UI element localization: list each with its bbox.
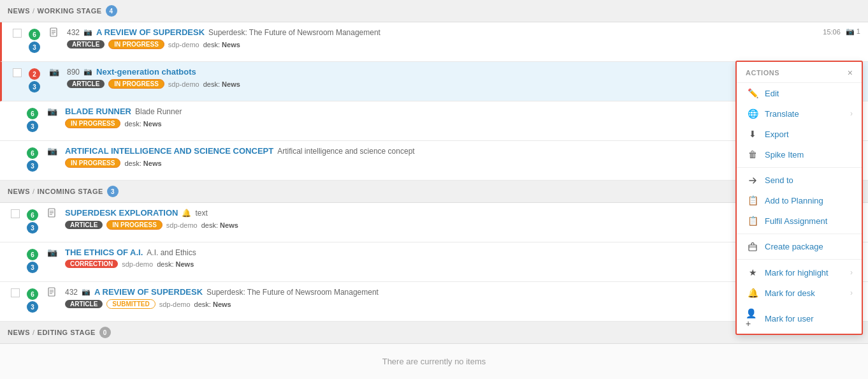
- list-item[interactable]: 6 3 432 📷 A REVIEW OF SUPERDESK Superdes…: [0, 22, 868, 62]
- camera-icon: 📷: [47, 248, 57, 257]
- section-label-news3: NEWS: [8, 329, 30, 336]
- doc-icon: [47, 287, 57, 297]
- action-export[interactable]: ⬇ Export: [737, 124, 862, 144]
- item-title[interactable]: BLADE RUNNER: [65, 107, 131, 116]
- action-spike[interactable]: 🗑 Spike Item: [737, 144, 862, 165]
- chevron-right-icon: ›: [850, 109, 853, 118]
- badge-article: ARTICLE: [67, 80, 105, 88]
- empty-state: There are currently no items: [0, 344, 868, 379]
- incoming-stage-badge: 3: [107, 186, 119, 197]
- photo-icon: 📷: [82, 288, 90, 296]
- user-plus-icon: 👤+: [746, 308, 760, 329]
- item-content: 432 📷 A REVIEW OF SUPERDESK Superdesk: T…: [67, 27, 823, 49]
- actions-header: ACTIONS ×: [737, 62, 862, 83]
- badge-article: ARTICLE: [65, 300, 103, 308]
- action-desk-label: Mark for desk: [765, 288, 850, 298]
- meta-desk: desk: News: [201, 221, 238, 229]
- action-edit[interactable]: ✏️ Edit: [737, 83, 862, 103]
- item-checkbox[interactable]: [13, 29, 22, 38]
- num-circles: 6 3: [27, 107, 38, 132]
- close-button[interactable]: ×: [848, 68, 853, 77]
- item-checkbox[interactable]: [11, 288, 20, 297]
- action-planning-label: Add to Planning: [765, 196, 853, 205]
- main-container: NEWS / WORKING STAGE 4 6 3 432 📷 A REVIE…: [0, 0, 868, 379]
- action-add-planning[interactable]: 📋 Add to Planning: [737, 190, 862, 211]
- sep1: /: [33, 7, 35, 15]
- item-content: 890 📷 Next-generation chatbots ARTICLE I…: [67, 67, 823, 89]
- action-spike-label: Spike Item: [765, 150, 853, 160]
- item-title[interactable]: ARTIFICAL INTELLIGENCE AND SCIENCE CONCE…: [65, 146, 273, 156]
- stage-label-working: WORKING STAGE: [38, 7, 102, 15]
- item-title[interactable]: SUPERDESK EXPLORATION: [65, 208, 178, 218]
- calendar-icon: 📋: [746, 195, 760, 205]
- action-highlight-label: Mark for highlight: [765, 268, 850, 278]
- action-fulfil[interactable]: 📋 Fulfil Assignment: [737, 211, 862, 231]
- action-send-to[interactable]: Send to: [737, 170, 862, 190]
- item-title[interactable]: A REVIEW OF SUPERDESK: [96, 27, 205, 37]
- photo-count: 📷 1: [846, 27, 860, 36]
- item-title[interactable]: A REVIEW OF SUPERDESK: [94, 287, 203, 297]
- trash-icon: 🗑: [746, 149, 760, 160]
- num-circle-bottom: 3: [29, 81, 40, 93]
- photo-icon: 📷: [83, 28, 92, 36]
- photo-icon-area: 📷: [43, 107, 61, 116]
- working-stage-badge: 4: [106, 5, 117, 17]
- empty-state-text: There are currently no items: [382, 357, 486, 366]
- item-number: 432: [65, 288, 78, 297]
- item-title[interactable]: Next-generation chatbots: [96, 67, 196, 77]
- action-translate[interactable]: 🌐 Translate ›: [737, 103, 862, 124]
- num-circles: 2 3: [29, 67, 40, 93]
- photo-icon-area: 📷: [43, 248, 61, 257]
- meta-desk: desk: News: [203, 41, 240, 48]
- badge-submitted: SUBMITTED: [106, 299, 155, 309]
- doc-icon-area: [43, 287, 61, 297]
- action-mark-user[interactable]: 👤+ Mark for user: [737, 303, 862, 334]
- badge-article: ARTICLE: [65, 221, 103, 229]
- num-circles: 6 3: [27, 208, 38, 234]
- section-label-news1: NEWS: [8, 7, 30, 15]
- meta-desk: desk: News: [157, 260, 194, 268]
- item-title-row: 890 📷 Next-generation chatbots: [67, 67, 823, 77]
- num-circle-bottom: 3: [29, 41, 40, 53]
- num-circle-top: 6: [27, 249, 38, 260]
- divider1: [737, 167, 862, 168]
- doc-icon-area: [43, 208, 61, 218]
- num-circle-top: 6: [27, 209, 38, 221]
- badge-article: ARTICLE: [67, 40, 105, 48]
- meta-source: sdp-demo: [159, 301, 191, 308]
- camera-icon: 📷: [47, 107, 57, 116]
- badge-in-progress: IN PROGRESS: [108, 40, 164, 49]
- item-checkbox[interactable]: [13, 68, 22, 77]
- badge-in-progress: IN PROGRESS: [65, 119, 120, 128]
- action-mark-highlight[interactable]: ★ Mark for highlight ›: [737, 262, 862, 283]
- stage-label-editing: EDITING STAGE: [38, 329, 96, 336]
- num-circle-bottom: 3: [27, 301, 38, 313]
- doc-icon: [47, 208, 57, 218]
- num-circles: 6 3: [27, 146, 38, 172]
- meta-source: sdp-demo: [168, 80, 199, 88]
- bell-icon: 🔔: [182, 209, 191, 218]
- badge-in-progress: IN PROGRESS: [65, 158, 120, 168]
- num-circle-top: 6: [29, 29, 40, 40]
- checkbox-area[interactable]: [10, 27, 25, 38]
- meta-source: sdp-demo: [122, 260, 153, 268]
- item-checkbox[interactable]: [11, 209, 20, 218]
- num-circles: 6 3: [27, 287, 38, 313]
- num-circle-bottom: 3: [27, 121, 38, 132]
- doc-icon: [49, 27, 59, 38]
- item-meta-row: ARTICLE IN PROGRESS sdp-demo desk: News: [67, 79, 823, 89]
- action-create-package[interactable]: Create package: [737, 237, 862, 256]
- meta-desk: desk: News: [124, 160, 161, 167]
- package-icon: [746, 242, 760, 251]
- checkbox-area[interactable]: [10, 67, 25, 77]
- camera-icon: 📷: [47, 146, 57, 156]
- checkbox-area[interactable]: [8, 208, 23, 218]
- checkbox-area[interactable]: [8, 287, 23, 297]
- action-mark-desk[interactable]: 🔔 Mark for desk ›: [737, 283, 862, 303]
- action-fulfil-label: Fulfil Assignment: [765, 216, 853, 226]
- meta-desk: desk: News: [124, 120, 161, 128]
- globe-icon: 🌐: [746, 108, 760, 119]
- stage-label-incoming: INCOMING STAGE: [38, 188, 103, 195]
- num-circle-top: 6: [27, 147, 38, 159]
- item-title[interactable]: THE ETHICS OF A.I.: [65, 248, 143, 257]
